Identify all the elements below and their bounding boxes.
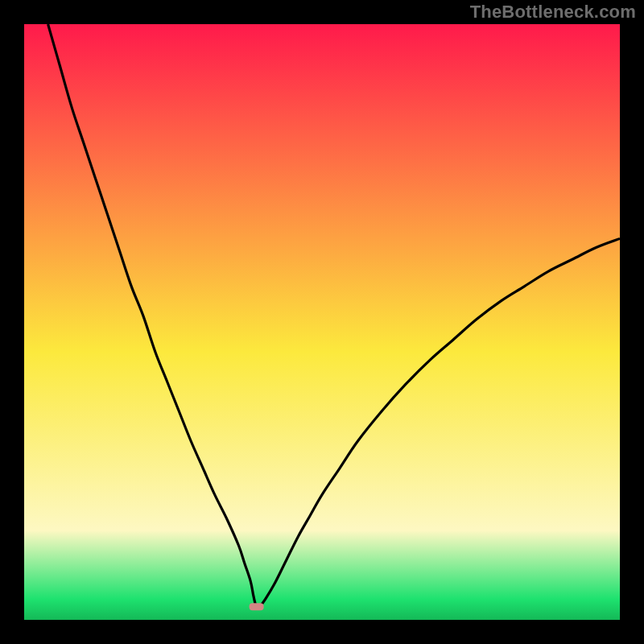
optimal-marker: [250, 603, 264, 610]
gradient-background: [24, 24, 620, 620]
plot-area: [24, 24, 620, 620]
bottleneck-chart: [24, 24, 620, 620]
chart-frame: TheBottleneck.com: [0, 0, 644, 644]
watermark-text: TheBottleneck.com: [470, 2, 636, 23]
